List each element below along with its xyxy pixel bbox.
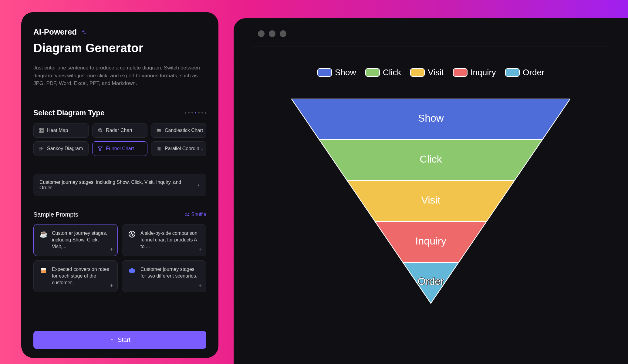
legend-item-show[interactable]: Show	[317, 68, 356, 77]
funnel-label: Visit	[421, 194, 441, 206]
svg-rect-1	[41, 128, 42, 130]
svg-marker-10	[99, 129, 101, 131]
sample-prompt-card[interactable]: Customer journey stages for two differen…	[122, 260, 206, 292]
sample-text: Customer journey stages for two differen…	[140, 266, 201, 280]
diagram-type-header: Select Diagram Type ‹ ›	[33, 109, 206, 117]
chart-type-sankey[interactable]: Sankey Diagram	[33, 141, 89, 156]
sample-prompts-header: Sample Prompts Shuffle	[33, 211, 206, 218]
legend-chip	[453, 68, 468, 77]
svg-rect-3	[39, 130, 40, 131]
divider	[252, 46, 610, 46]
diagram-type-pager: ‹ ›	[184, 110, 206, 116]
diagram-type-title: Select Diagram Type	[33, 109, 104, 117]
window-dot[interactable]	[280, 30, 286, 37]
chart-type-radar[interactable]: Radar Chart	[92, 123, 147, 138]
legend-item-visit[interactable]: Visit	[410, 68, 444, 77]
legend-label: Show	[335, 68, 356, 77]
pager-dot[interactable]	[201, 112, 203, 113]
legend-label: Order	[523, 68, 545, 77]
ai-powered-text: AI-Powered	[33, 27, 77, 37]
page-description: Just enter one sentence to produce a com…	[33, 64, 206, 87]
pager-dot[interactable]	[191, 112, 193, 113]
svg-point-33	[132, 270, 133, 271]
svg-rect-2	[42, 128, 43, 130]
sample-add-button[interactable]: +	[198, 282, 202, 289]
window-dot[interactable]	[258, 30, 265, 37]
legend-chip	[365, 68, 380, 77]
chart-type-parallel[interactable]: Parallel Coordin...	[151, 141, 206, 156]
preview-panel: Show Click Visit Inquiry Order Sho	[234, 18, 628, 364]
ai-powered-label: AI-Powered	[33, 27, 206, 37]
pulse-icon	[128, 230, 136, 238]
calendar-icon	[39, 266, 48, 275]
legend-chip	[505, 68, 520, 77]
svg-rect-30	[42, 272, 43, 272]
sparkle-icon	[80, 29, 86, 35]
funnel-label: Show	[418, 112, 444, 124]
chart-type-heatmap[interactable]: Heat Map	[33, 123, 89, 138]
pager-dot[interactable]	[198, 112, 200, 113]
chart-type-label: Candlestick Chart	[165, 128, 203, 133]
chart-type-label: Funnel Chart	[106, 146, 134, 151]
parallel-icon	[156, 146, 162, 151]
sample-prompts-grid: ☕ Customer journey stages, including Sho…	[33, 224, 206, 292]
arrow-right-icon[interactable]: →	[195, 182, 200, 188]
funnel-svg: Show Click Visit Inquiry Order	[291, 99, 570, 311]
sample-icon: ☕	[39, 230, 48, 238]
chart-type-label: Heat Map	[47, 128, 68, 133]
funnel-icon	[97, 146, 103, 151]
diagram-type-grid: Heat Map Radar Chart Candlestick Chart S…	[33, 123, 206, 156]
legend-label: Inquiry	[471, 68, 496, 77]
chart-type-label: Parallel Coordin...	[165, 146, 203, 151]
funnel-label: Inquiry	[415, 235, 446, 247]
chart-type-candlestick[interactable]: Candlestick Chart	[151, 123, 206, 138]
shuffle-button[interactable]: Shuffle	[184, 212, 206, 217]
heatmap-icon	[39, 128, 44, 133]
legend-item-inquiry[interactable]: Inquiry	[453, 68, 496, 77]
svg-rect-28	[41, 268, 46, 270]
start-label: Start	[118, 336, 130, 343]
sample-prompt-card[interactable]: A side-by-side comparison funnel chart f…	[122, 224, 206, 256]
page-title: Diagram Generator	[33, 41, 206, 55]
shuffle-label: Shuffle	[191, 212, 206, 217]
svg-rect-8	[42, 131, 43, 133]
shuffle-icon	[184, 212, 189, 217]
sample-add-button[interactable]: +	[198, 246, 202, 253]
briefcase-icon	[128, 266, 136, 275]
legend-item-order[interactable]: Order	[505, 68, 545, 77]
chart-type-funnel[interactable]: Funnel Chart	[92, 141, 147, 156]
sample-prompt-card[interactable]: ☕ Customer journey stages, including Sho…	[33, 224, 118, 256]
sample-prompts-title: Sample Prompts	[33, 211, 78, 218]
legend-label: Click	[383, 68, 401, 77]
window-dot[interactable]	[269, 30, 275, 37]
pager-prev[interactable]: ‹	[184, 110, 186, 116]
svg-rect-6	[39, 131, 40, 133]
svg-rect-0	[39, 128, 40, 130]
svg-rect-32	[131, 268, 133, 269]
start-button[interactable]: Start	[33, 331, 206, 349]
prompt-text: Customer journey stages, including Show,…	[39, 180, 195, 190]
pager-next[interactable]: ›	[205, 110, 206, 116]
pager-dot-active[interactable]	[195, 112, 196, 113]
prompt-input[interactable]: Customer journey stages, including Show,…	[33, 174, 206, 196]
sparkle-icon	[109, 337, 115, 343]
sankey-icon	[39, 146, 44, 151]
sample-text: A side-by-side comparison funnel chart f…	[140, 230, 201, 250]
funnel-label: Order	[418, 275, 444, 287]
legend-chip	[317, 68, 332, 77]
legend-label: Visit	[428, 68, 444, 77]
sample-text: Expected conversion rates for each stage…	[52, 266, 112, 286]
pager-dot[interactable]	[188, 112, 190, 113]
funnel-chart: Show Click Visit Inquiry Order	[252, 99, 610, 311]
chart-legend: Show Click Visit Inquiry Order	[252, 68, 610, 77]
sample-text: Customer journey stages, including Show,…	[52, 230, 112, 250]
sample-add-button[interactable]: +	[110, 282, 113, 289]
legend-chip	[410, 68, 425, 77]
svg-rect-5	[42, 130, 43, 131]
sample-prompt-card[interactable]: Expected conversion rates for each stage…	[33, 260, 118, 292]
chart-type-label: Sankey Diagram	[47, 146, 83, 151]
legend-item-click[interactable]: Click	[365, 68, 401, 77]
sample-add-button[interactable]: +	[110, 246, 113, 253]
svg-rect-4	[41, 130, 42, 131]
svg-rect-7	[41, 131, 42, 133]
